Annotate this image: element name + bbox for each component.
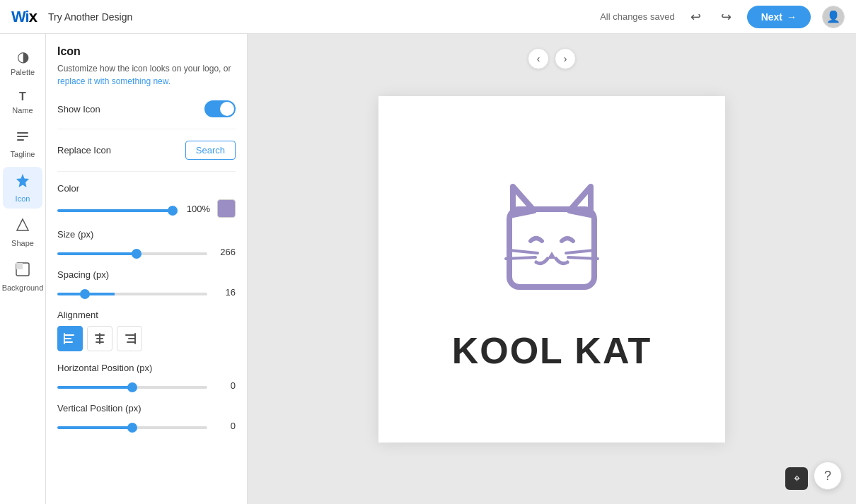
v-position-row: 0 (57, 419, 236, 432)
spacing-slider[interactable] (57, 293, 207, 295)
panel-desc-link[interactable]: replace it with something new. (57, 76, 170, 86)
header-title[interactable]: Try Another Design (48, 11, 132, 23)
canvas-next-button[interactable]: › (555, 48, 576, 69)
svg-rect-0 (17, 132, 28, 134)
sidebar-label-icon: Icon (16, 194, 30, 203)
svg-rect-6 (16, 263, 23, 269)
panel-title: Icon (57, 45, 236, 58)
svg-rect-2 (17, 139, 24, 141)
background-icon (15, 262, 30, 281)
alignment-row (57, 326, 236, 351)
svg-rect-19 (509, 209, 594, 287)
show-icon-toggle[interactable] (204, 100, 236, 117)
next-arrow-icon: → (787, 11, 797, 23)
svg-rect-16 (128, 338, 135, 339)
svg-rect-9 (64, 341, 73, 343)
help-button[interactable]: ? (814, 462, 842, 490)
color-row: 100% (57, 199, 236, 218)
size-label: Size (px) (57, 229, 236, 240)
v-position-slider-container (57, 419, 207, 432)
h-position-value: 0 (214, 380, 236, 391)
nav-sidebar: ◑ Palette T Name Tagline Icon Shape (0, 34, 46, 504)
size-row: 266 (57, 245, 236, 258)
sidebar-label-palette: Palette (11, 68, 35, 76)
panel: Icon Customize how the icon looks on you… (46, 34, 248, 504)
shape-icon (15, 217, 30, 236)
color-opacity-slider[interactable] (57, 209, 178, 212)
canvas-nav: ‹ › (528, 48, 576, 69)
undo-button[interactable]: ↩ (686, 6, 705, 28)
h-position-label: Horizontal Position (px) (57, 363, 236, 373)
v-position-value: 0 (214, 421, 236, 431)
sidebar-label-shape: Shape (11, 239, 34, 247)
palette-icon: ◑ (17, 48, 29, 65)
wix-logo: Wix (11, 8, 37, 26)
panel-desc-text: Customize how the icon looks on your log… (57, 64, 231, 74)
size-slider[interactable] (57, 252, 207, 255)
accessibility-icon: ⌖ (794, 472, 800, 485)
svg-rect-18 (134, 333, 136, 344)
svg-line-25 (566, 250, 594, 253)
align-center-button[interactable] (87, 326, 112, 351)
show-icon-row: Show Icon (57, 100, 236, 117)
svg-rect-7 (64, 334, 74, 336)
replace-icon-row: Replace Icon Search (57, 141, 236, 160)
color-percent-value: 100% (185, 204, 210, 214)
svg-line-23 (509, 250, 538, 253)
header-saved-status: All changes saved (600, 11, 675, 22)
replace-icon-label: Replace Icon (57, 145, 111, 156)
divider-2 (57, 171, 236, 172)
sidebar-item-shape[interactable]: Shape (3, 211, 42, 253)
panel-description: Customize how the icon looks on your log… (57, 62, 236, 88)
h-position-slider-container (57, 379, 207, 392)
svg-rect-1 (17, 136, 28, 137)
show-icon-label: Show Icon (57, 104, 100, 115)
spacing-slider-container (57, 286, 207, 298)
search-icon-button[interactable]: Search (185, 141, 236, 160)
svg-marker-3 (16, 174, 29, 187)
svg-rect-10 (64, 333, 65, 344)
next-button[interactable]: Next → (747, 6, 811, 28)
size-value: 266 (214, 247, 236, 257)
svg-line-24 (506, 257, 536, 259)
divider-1 (57, 129, 236, 129)
sidebar-item-tagline[interactable]: Tagline (3, 123, 42, 164)
logo-text: KOOL KAT (452, 329, 652, 372)
redo-button[interactable]: ↪ (717, 6, 736, 28)
sidebar-item-background[interactable]: Background (3, 256, 42, 298)
color-swatch[interactable] (217, 199, 236, 218)
logo-card: KOOL KAT (378, 96, 725, 443)
header: Wix Try Another Design All changes saved… (0, 0, 856, 34)
h-position-row: 0 (57, 379, 236, 392)
sidebar-item-icon[interactable]: Icon (3, 167, 42, 209)
canvas-area: ‹ › (248, 34, 856, 504)
icon-icon (15, 172, 30, 192)
color-slider-container (57, 202, 178, 215)
sidebar-item-palette[interactable]: ◑ Palette (3, 42, 42, 82)
sidebar-item-name[interactable]: T Name (3, 85, 42, 120)
align-right-button[interactable] (117, 326, 142, 351)
size-slider-container (57, 245, 207, 258)
tagline-icon (15, 129, 30, 147)
accessibility-button[interactable]: ⌖ (785, 467, 808, 490)
name-icon: T (19, 90, 26, 103)
svg-rect-8 (64, 338, 71, 339)
next-label: Next (761, 11, 782, 23)
v-position-slider[interactable] (57, 426, 207, 429)
h-position-slider[interactable] (57, 386, 207, 389)
spacing-value: 16 (214, 287, 236, 298)
align-left-button[interactable] (57, 326, 83, 351)
main-container: ◑ Palette T Name Tagline Icon Shape (0, 34, 856, 504)
svg-line-26 (568, 257, 598, 259)
alignment-label: Alignment (57, 310, 236, 320)
svg-marker-4 (17, 219, 28, 230)
svg-rect-15 (125, 334, 135, 336)
cat-icon-svg (474, 167, 630, 322)
user-avatar[interactable]: 👤 (822, 6, 845, 28)
svg-rect-14 (99, 333, 100, 344)
sidebar-label-name: Name (12, 106, 33, 115)
v-position-label: Vertical Position (px) (57, 403, 236, 414)
canvas-prev-button[interactable]: ‹ (528, 48, 549, 69)
sidebar-label-background: Background (2, 283, 44, 292)
spacing-label: Spacing (px) (57, 269, 236, 280)
